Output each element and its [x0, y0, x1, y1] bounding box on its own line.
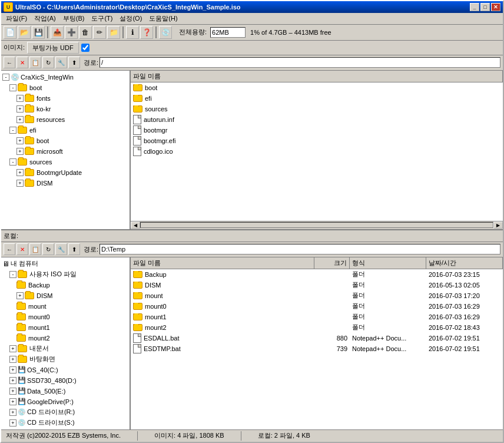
tree-toggle-cdr[interactable]: + — [9, 409, 16, 416]
tree-item-cds[interactable]: + 💿 CD 드라이브(S:) — [2, 418, 128, 428]
tree-toggle-desktop[interactable]: + — [9, 356, 16, 363]
upper-prop-btn[interactable]: 🔧 — [55, 57, 67, 68]
tree-item-isofiles[interactable]: - 사용자 ISO 파일 — [2, 269, 128, 280]
tree-toggle-kokr[interactable]: + — [16, 105, 24, 113]
minimize-button[interactable]: _ — [470, 3, 479, 11]
tree-item-bootmgrupdate[interactable]: + BootmgrUpdate — [2, 167, 128, 178]
tree-item-mycomputer[interactable]: 🖥 내 컴퓨터 — [2, 259, 128, 269]
menu-boot[interactable]: 부팅(B) — [59, 13, 88, 24]
tree-toggle-efi-boot[interactable]: + — [16, 137, 24, 144]
new-button[interactable]: 📄 — [4, 26, 16, 39]
iso-hscroll[interactable]: ◀ ▶ — [131, 221, 503, 229]
burn-button[interactable]: 💿 — [159, 26, 172, 39]
image-type-button[interactable]: 부팅가능 UDF — [27, 42, 79, 54]
menu-settings[interactable]: 설정(O) — [116, 13, 145, 24]
tree-item-efi[interactable]: - efi — [2, 125, 128, 135]
tree-toggle-sources[interactable]: - — [9, 158, 16, 166]
local-file-row-mount[interactable]: mount 폴더 2016-07-03 17:20 — [131, 290, 503, 301]
tree-item-local-mount2[interactable]: mount2 — [2, 333, 128, 343]
extract-button[interactable]: 📤 — [51, 26, 64, 39]
tree-item-local-mount1[interactable]: mount1 — [2, 322, 128, 333]
tree-item-mydocs[interactable]: + 내문서 — [2, 343, 128, 354]
local-file-row-esdall[interactable]: ESDALL.bat 880 Notepad++ Docu... 2016-07… — [131, 333, 503, 343]
header-name[interactable]: 파일 미름 — [131, 71, 503, 82]
newfolder-button[interactable]: 📁 — [107, 26, 120, 39]
maximize-button[interactable]: □ — [480, 3, 490, 11]
tree-item-root[interactable]: - 💿 CraXicS_IntegWin — [2, 72, 128, 82]
tree-toggle-googled[interactable]: + — [9, 398, 16, 405]
iso-file-row-bootmgrefi[interactable]: bootmgr.efi — [131, 135, 503, 146]
open-button[interactable]: 📂 — [18, 26, 31, 39]
lower-copy-btn[interactable]: 📋 — [29, 243, 41, 255]
tree-toggle-dism[interactable]: + — [16, 180, 24, 187]
tree-item-boot[interactable]: - boot — [2, 82, 128, 93]
tree-toggle-ssdd[interactable]: + — [9, 377, 16, 384]
tree-item-ssdd[interactable]: + 💾 SSD730_480(D:) — [2, 375, 128, 386]
tree-toggle-osc[interactable]: + — [9, 366, 16, 373]
local-file-row-mount2[interactable]: mount2 폴더 2016-07-02 18:43 — [131, 322, 503, 333]
tree-item-resources[interactable]: + resources — [2, 114, 128, 125]
menu-tools[interactable]: 도구(T) — [88, 13, 116, 24]
image-check[interactable] — [81, 44, 89, 52]
tree-toggle-isofiles[interactable]: - — [9, 271, 16, 278]
lower-refresh-btn[interactable]: ↻ — [42, 243, 54, 255]
local-header-date[interactable]: 날짜/시간 — [426, 257, 503, 269]
tree-toggle-cds[interactable]: + — [9, 419, 16, 427]
iso-file-row-sources[interactable]: sources — [131, 104, 503, 114]
local-file-row-esdtmp[interactable]: ESDTMP.bat 739 Notepad++ Docu... 2016-07… — [131, 343, 503, 354]
tree-item-desktop[interactable]: + 바탕화면 — [2, 354, 128, 365]
lower-up-btn[interactable]: ⬆ — [68, 243, 80, 255]
local-header-type[interactable]: 형식 — [350, 257, 426, 269]
iso-file-row-autorun[interactable]: autorun.inf — [131, 114, 503, 125]
lower-delete-btn[interactable]: ✕ — [16, 243, 28, 255]
local-header-size[interactable]: 크기 — [314, 257, 350, 269]
tree-toggle-mydocs[interactable]: + — [9, 345, 16, 352]
tree-toggle-boot[interactable]: - — [9, 84, 16, 91]
upper-up-btn[interactable]: ⬆ — [68, 57, 80, 68]
tree-item-sources[interactable]: - sources — [2, 157, 128, 167]
tree-item-dism[interactable]: + DISM — [2, 178, 128, 189]
lower-path-input[interactable] — [100, 244, 500, 254]
lower-back-btn[interactable]: ← — [4, 243, 15, 255]
tree-toggle-microsoft[interactable]: + — [16, 148, 24, 155]
menu-help[interactable]: 도움말(H) — [145, 13, 181, 24]
rename-button[interactable]: ✏ — [93, 26, 106, 39]
tree-item-efi-boot[interactable]: + boot — [2, 135, 128, 146]
tree-toggle-fonts[interactable]: + — [16, 95, 24, 102]
tree-toggle-root[interactable]: - — [2, 74, 9, 81]
menu-action[interactable]: 작업(A) — [31, 13, 59, 24]
tree-item-osc[interactable]: + 💾 OS_40(C:) — [2, 365, 128, 375]
iso-file-row-cdlogo[interactable]: cdlogo.ico — [131, 146, 503, 157]
tree-item-local-mount0[interactable]: mount0 — [2, 312, 128, 322]
menu-file[interactable]: 파일(F) — [2, 13, 31, 24]
tree-item-microsoft[interactable]: + microsoft — [2, 146, 128, 157]
properties-button[interactable]: ℹ — [126, 26, 139, 39]
close-button[interactable]: ✕ — [491, 3, 500, 11]
tree-item-local-dism[interactable]: + DISM — [2, 290, 128, 301]
upper-delete-btn[interactable]: ✕ — [16, 57, 28, 68]
tree-toggle-efi[interactable]: - — [9, 127, 16, 134]
tree-item-cdr[interactable]: + 💿 CD 드라이브(R:) — [2, 407, 128, 418]
lower-prop-btn[interactable]: 🔧 — [55, 243, 67, 255]
local-file-row-mount0[interactable]: mount0 폴더 2016-07-03 16:29 — [131, 301, 503, 312]
upper-refresh-btn[interactable]: ↻ — [42, 57, 54, 68]
tree-item-googled[interactable]: + 💾 GoogleDrive(P:) — [2, 396, 128, 407]
local-file-row-backup[interactable]: Backup 폴더 2016-07-03 23:15 — [131, 269, 503, 280]
local-header-name[interactable]: 파일 미름 — [131, 257, 314, 269]
local-file-row-dism[interactable]: DISM 폴더 2016-05-13 02:05 — [131, 280, 503, 290]
tree-item-fonts[interactable]: + fonts — [2, 93, 128, 104]
total-size-input[interactable] — [210, 27, 246, 38]
iso-file-row-efi[interactable]: efi — [131, 93, 503, 104]
upper-back-btn[interactable]: ← — [4, 57, 15, 68]
tree-item-kokr[interactable]: + ko-kr — [2, 104, 128, 114]
tree-toggle-resources[interactable]: + — [16, 116, 24, 123]
save-button[interactable]: 💾 — [32, 26, 45, 39]
add-button[interactable]: ➕ — [65, 26, 78, 39]
local-file-row-mount1[interactable]: mount1 폴더 2016-07-03 16:29 — [131, 312, 503, 322]
tree-toggle-datae[interactable]: + — [9, 388, 16, 395]
tree-toggle-local-dism[interactable]: + — [16, 292, 24, 299]
tree-toggle-bootmgrupdate[interactable]: + — [16, 169, 24, 176]
upper-path-input[interactable] — [100, 57, 500, 68]
iso-file-row-bootmgr[interactable]: bootmgr — [131, 125, 503, 135]
upper-copy-btn[interactable]: 📋 — [29, 57, 41, 68]
